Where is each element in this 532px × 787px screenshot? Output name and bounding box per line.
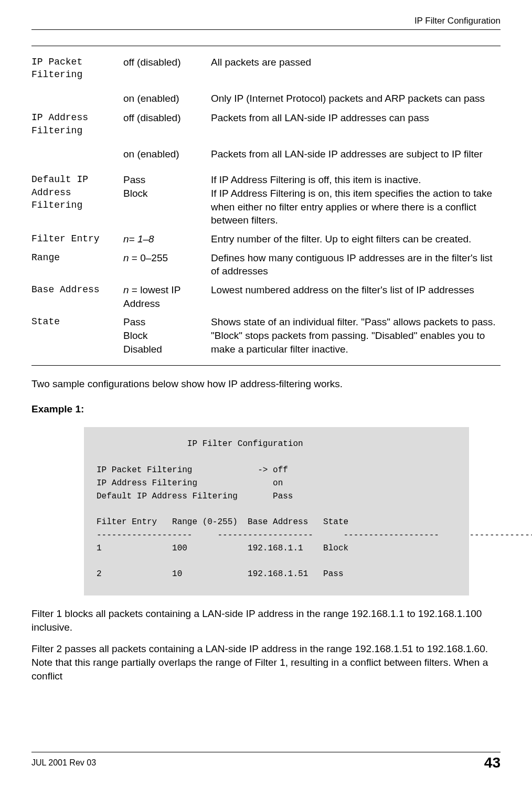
param-name: Range	[31, 251, 123, 264]
param-value: on (enabled)	[123, 92, 211, 105]
param-name: Base Address	[31, 283, 123, 296]
page-footer: JUL 2001 Rev 03 43	[31, 752, 501, 771]
para-filter2: Filter 2 passes all packets containing a…	[31, 642, 501, 683]
footer-page-number: 43	[484, 754, 501, 771]
param-value: off (disabled)	[123, 111, 211, 125]
param-value: Pass Block Disabled	[123, 315, 211, 356]
param-name: IP Address Filtering	[31, 111, 123, 137]
intro-paragraph: Two sample configurations below show how…	[31, 377, 501, 391]
table-row: IP Packet Filteringoff (disabled)All pac…	[31, 56, 501, 81]
param-description: Entry number of the filter. Up to eight …	[211, 232, 501, 246]
param-name: Default IP Address Filtering	[31, 173, 123, 211]
table-row: Base Addressn = lowest IP AddressLowest …	[31, 283, 501, 310]
table-row: StatePass Block DisabledShows state of a…	[31, 315, 501, 356]
param-value: n= 1–8	[123, 232, 211, 246]
param-description: Packets from all LAN-side IP addresses a…	[211, 147, 501, 161]
table-row: on (enabled)Only IP (Internet Protocol) …	[31, 92, 501, 105]
param-value: on (enabled)	[123, 147, 211, 161]
table-row: Default IP Address FilteringPass BlockIf…	[31, 173, 501, 227]
table-row: Filter Entryn= 1–8Entry number of the fi…	[31, 232, 501, 246]
param-description: All packets are passed	[211, 56, 501, 69]
param-description: Packets from all LAN-side IP addresses c…	[211, 111, 501, 125]
running-header: IP Filter Configuration	[31, 16, 501, 30]
param-description: If IP Address Filtering is off, this ite…	[211, 173, 501, 227]
param-value: off (disabled)	[123, 56, 211, 69]
example-1-box: IP Filter Configuration IP Packet Filter…	[84, 427, 469, 595]
param-description: Defines how many contiguous IP addresses…	[211, 251, 501, 278]
example-1-heading: Example 1:	[31, 402, 501, 416]
param-name: State	[31, 315, 123, 328]
param-value: n = 0–255	[123, 251, 211, 265]
param-name: Filter Entry	[31, 232, 123, 245]
param-value: n = lowest IP Address	[123, 283, 211, 310]
para-filter1: Filter 1 blocks all packets containing a…	[31, 607, 501, 634]
footer-date: JUL 2001 Rev 03	[31, 758, 96, 768]
param-description: Shows state of an individual filter. "Pa…	[211, 315, 501, 356]
param-name: IP Packet Filtering	[31, 56, 123, 81]
param-description: Lowest numbered address on the filter's …	[211, 283, 501, 297]
table-row: Rangen = 0–255Defines how many contiguou…	[31, 251, 501, 278]
param-description: Only IP (Internet Protocol) packets and …	[211, 92, 501, 105]
table-row: on (enabled)Packets from all LAN-side IP…	[31, 147, 501, 161]
definitions-table: IP Packet Filteringoff (disabled)All pac…	[31, 46, 501, 366]
param-value: Pass Block	[123, 173, 211, 200]
table-row: IP Address Filteringoff (disabled)Packet…	[31, 111, 501, 137]
